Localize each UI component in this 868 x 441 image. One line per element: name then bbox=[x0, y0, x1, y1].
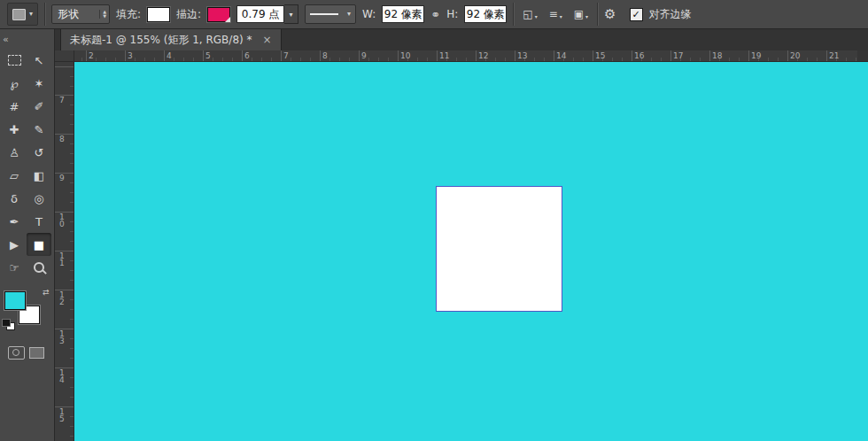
h-ruler-label: 2 bbox=[89, 51, 94, 60]
shape-rectangle[interactable] bbox=[436, 186, 562, 312]
eyedropper-tool-icon: ✐ bbox=[35, 101, 44, 112]
path-alignment-button[interactable]: ≡ ▾ bbox=[546, 7, 565, 21]
brush-tool-icon: ✎ bbox=[35, 124, 44, 135]
document-tab[interactable]: 未标题-1 @ 155% (矩形 1, RGB/8) * × bbox=[60, 29, 282, 50]
options-bar: ▾ 形状 ▲▼ 填充: 描边: 0.79 点 ▾ ▾ W: 92 像素 ⚭ H:… bbox=[0, 0, 868, 29]
h-ruler-label: 7 bbox=[283, 51, 289, 60]
align-edges-label: 对齐边缘 bbox=[649, 7, 692, 22]
collapse-panel-icon[interactable]: « bbox=[3, 35, 9, 44]
swap-colors-icon[interactable]: ⇄ bbox=[43, 288, 50, 297]
tool-preset-picker[interactable]: ▾ bbox=[7, 3, 38, 26]
align-edges-checkbox[interactable]: ✓ bbox=[630, 8, 643, 21]
h-ruler-label: 11 bbox=[439, 51, 449, 60]
h-ruler-label: 9 bbox=[361, 51, 367, 60]
h-ruler-label: 5 bbox=[205, 51, 211, 60]
path-arrangement-button[interactable]: ▣ ▾ bbox=[571, 7, 591, 21]
tool-mode-select[interactable]: 形状 ▲▼ bbox=[51, 4, 110, 24]
rectangle-tool-icon: ■ bbox=[34, 239, 44, 251]
type-tool[interactable]: T bbox=[27, 210, 51, 233]
h-ruler-label: 18 bbox=[712, 51, 722, 60]
tools-panel-header: « bbox=[0, 29, 54, 49]
v-ruler-label: 7 bbox=[59, 97, 70, 104]
chevron-down-icon: ▾ bbox=[347, 11, 351, 18]
shape-height-input[interactable]: 92 像素 bbox=[464, 5, 507, 23]
magic-wand-tool-icon: ✶ bbox=[35, 78, 44, 89]
path-alignment-icon: ≡ bbox=[549, 9, 558, 19]
stroke-swatch[interactable] bbox=[207, 7, 230, 22]
document-tab-title: 未标题-1 @ 155% (矩形 1, RGB/8) * bbox=[70, 33, 252, 48]
path-operations-button[interactable]: ◱ ▾ bbox=[520, 7, 539, 21]
horizontal-ruler[interactable]: 23456789101112131415161718192021 bbox=[74, 50, 868, 62]
foreground-swatch[interactable] bbox=[4, 291, 26, 310]
canvas[interactable] bbox=[74, 62, 868, 441]
rectangle-tool-preset-icon bbox=[12, 9, 26, 20]
tool-mode-value: 形状 bbox=[58, 7, 79, 22]
lasso-tool[interactable]: ℘ bbox=[2, 72, 27, 95]
h-ruler-label: 15 bbox=[595, 51, 605, 60]
eraser-tool[interactable]: ▱ bbox=[2, 164, 27, 187]
path-arrangement-icon: ▣ bbox=[574, 9, 584, 19]
history-brush-tool[interactable]: ↺ bbox=[27, 141, 51, 164]
eyedropper-tool[interactable]: ✐ bbox=[27, 95, 51, 118]
magic-wand-tool[interactable]: ✶ bbox=[27, 72, 51, 95]
move-tool[interactable]: ↖ bbox=[27, 49, 51, 72]
vertical-ruler[interactable]: 789101112131415 bbox=[55, 62, 74, 441]
separator bbox=[597, 3, 598, 26]
v-ruler-label: 15 bbox=[59, 408, 70, 422]
h-ruler-label: 21 bbox=[829, 51, 839, 60]
hand-tool-icon: ☞ bbox=[9, 262, 19, 274]
h-ruler-label: 10 bbox=[400, 51, 410, 60]
h-ruler-label: 14 bbox=[556, 51, 566, 60]
separator bbox=[44, 3, 45, 26]
chevron-down-icon: ▾ bbox=[585, 14, 588, 19]
screen-mode-button[interactable] bbox=[29, 347, 44, 359]
spot-healing-brush-tool[interactable]: ✚ bbox=[2, 118, 27, 141]
clone-stamp-tool-icon: ♙ bbox=[9, 147, 19, 159]
blur-tool[interactable]: δ bbox=[2, 187, 27, 210]
h-ruler-label: 3 bbox=[128, 51, 133, 60]
crop-tool[interactable]: # bbox=[2, 95, 27, 118]
brush-tool[interactable]: ✎ bbox=[27, 118, 51, 141]
ruler-corner[interactable] bbox=[55, 50, 74, 62]
clone-stamp-tool[interactable]: ♙ bbox=[2, 141, 27, 164]
tab-strip: 未标题-1 @ 155% (矩形 1, RGB/8) * × bbox=[55, 29, 868, 50]
fill-label: 填充: bbox=[116, 7, 141, 22]
path-selection-tool[interactable]: ▶ bbox=[2, 233, 27, 256]
v-ruler-label: 10 bbox=[59, 213, 70, 228]
stroke-type-select[interactable]: ▾ bbox=[305, 4, 356, 24]
zoom-tool-icon bbox=[34, 262, 44, 273]
tool-grid: ↖℘✶#✐✚✎♙↺▱◧δ◎✒T▶■☞ bbox=[2, 49, 54, 279]
photoshop-window: ▾ 形状 ▲▼ 填充: 描边: 0.79 点 ▾ ▾ W: 92 像素 ⚭ H:… bbox=[0, 0, 868, 441]
gear-icon[interactable]: ⚙ bbox=[604, 8, 616, 21]
rectangular-marquee-tool[interactable] bbox=[2, 49, 27, 72]
stroke-label: 描边: bbox=[176, 7, 201, 22]
lasso-tool-icon: ℘ bbox=[10, 78, 18, 89]
spot-healing-brush-tool-icon: ✚ bbox=[10, 124, 19, 135]
pen-tool[interactable]: ✒ bbox=[2, 210, 27, 233]
rectangle-tool[interactable]: ■ bbox=[27, 233, 51, 256]
v-ruler-label: 12 bbox=[59, 291, 70, 306]
link-dimensions-icon[interactable]: ⚭ bbox=[430, 9, 440, 20]
pen-tool-icon: ✒ bbox=[10, 216, 19, 228]
dodge-tool[interactable]: ◎ bbox=[27, 187, 51, 210]
zoom-tool[interactable] bbox=[27, 256, 51, 279]
v-ruler-label: 8 bbox=[59, 135, 70, 143]
width-label: W: bbox=[362, 8, 376, 20]
quick-mask-button[interactable] bbox=[8, 346, 25, 360]
default-colors-icon[interactable] bbox=[2, 319, 15, 330]
h-ruler-label: 12 bbox=[478, 51, 488, 60]
stroke-width-input[interactable]: 0.79 点 bbox=[236, 5, 284, 23]
stroke-width-group: 0.79 点 ▾ bbox=[236, 4, 298, 24]
gradient-tool[interactable]: ◧ bbox=[27, 164, 51, 187]
tools-panel: « ↖℘✶#✐✚✎♙↺▱◧δ◎✒T▶■☞ ⇄ bbox=[0, 29, 55, 441]
close-tab-icon[interactable]: × bbox=[263, 34, 272, 46]
fill-swatch[interactable] bbox=[147, 7, 170, 22]
h-ruler-label: 17 bbox=[673, 51, 683, 60]
stroke-width-dropdown[interactable]: ▾ bbox=[284, 4, 298, 24]
rectangular-marquee-tool-icon bbox=[8, 55, 21, 66]
chevron-down-icon: ▾ bbox=[535, 14, 538, 19]
hand-tool[interactable]: ☞ bbox=[2, 256, 27, 279]
checkmark-icon: ✓ bbox=[632, 10, 639, 19]
shape-width-input[interactable]: 92 像素 bbox=[382, 5, 424, 23]
h-ruler-label: 8 bbox=[322, 51, 328, 60]
